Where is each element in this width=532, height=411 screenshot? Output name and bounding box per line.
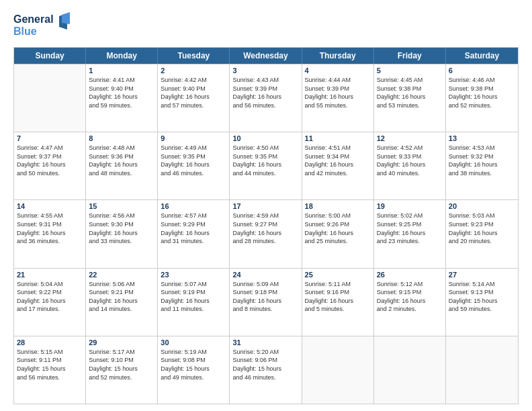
day-number: 12	[377, 134, 443, 142]
calendar-cell-17: 17Sunrise: 4:59 AM Sunset: 9:27 PM Dayli…	[230, 200, 302, 267]
day-number: 2	[161, 66, 226, 75]
cell-info: Sunrise: 4:59 AM Sunset: 9:27 PM Dayligh…	[232, 212, 298, 245]
calendar-cell-21: 21Sunrise: 5:04 AM Sunset: 9:22 PM Dayli…	[14, 269, 86, 336]
day-number: 4	[305, 66, 371, 75]
header: General Blue	[13, 11, 519, 42]
calendar: SundayMondayTuesdayWednesdayThursdayFrid…	[13, 47, 519, 404]
cell-info: Sunrise: 5:06 AM Sunset: 9:21 PM Dayligh…	[89, 280, 154, 314]
logo: General Blue	[13, 11, 74, 42]
calendar-row-0: 1Sunrise: 4:41 AM Sunset: 9:40 PM Daylig…	[14, 64, 518, 132]
calendar-cell-1: 1Sunrise: 4:41 AM Sunset: 9:40 PM Daylig…	[86, 64, 158, 132]
header-day-tuesday: Tuesday	[158, 48, 230, 64]
day-number: 14	[17, 202, 83, 210]
calendar-header: SundayMondayTuesdayWednesdayThursdayFrid…	[14, 48, 518, 64]
calendar-cell-5: 5Sunrise: 4:45 AM Sunset: 9:38 PM Daylig…	[374, 64, 446, 132]
calendar-cell-29: 29Sunrise: 5:17 AM Sunset: 9:10 PM Dayli…	[86, 336, 158, 404]
day-number: 22	[89, 271, 154, 279]
cell-info: Sunrise: 5:14 AM Sunset: 9:13 PM Dayligh…	[449, 280, 515, 314]
day-number: 21	[17, 271, 83, 279]
cell-info: Sunrise: 4:55 AM Sunset: 9:31 PM Dayligh…	[17, 212, 83, 245]
cell-info: Sunrise: 4:44 AM Sunset: 9:39 PM Dayligh…	[305, 76, 371, 109]
cell-info: Sunrise: 5:09 AM Sunset: 9:18 PM Dayligh…	[232, 280, 298, 314]
calendar-body: 1Sunrise: 4:41 AM Sunset: 9:40 PM Daylig…	[14, 64, 518, 404]
cell-info: Sunrise: 5:11 AM Sunset: 9:16 PM Dayligh…	[305, 280, 371, 314]
cell-info: Sunrise: 5:20 AM Sunset: 9:06 PM Dayligh…	[232, 348, 298, 381]
cell-info: Sunrise: 5:02 AM Sunset: 9:25 PM Dayligh…	[377, 212, 443, 245]
day-number: 29	[89, 338, 154, 347]
calendar-cell-9: 9Sunrise: 4:49 AM Sunset: 9:35 PM Daylig…	[158, 132, 230, 199]
day-number: 1	[89, 66, 154, 75]
header-day-saturday: Saturday	[446, 48, 518, 64]
cell-info: Sunrise: 4:53 AM Sunset: 9:32 PM Dayligh…	[449, 144, 515, 177]
cell-info: Sunrise: 4:50 AM Sunset: 9:35 PM Dayligh…	[232, 144, 298, 177]
calendar-cell-6: 6Sunrise: 4:46 AM Sunset: 9:38 PM Daylig…	[446, 64, 518, 132]
calendar-row-2: 14Sunrise: 4:55 AM Sunset: 9:31 PM Dayli…	[14, 199, 518, 267]
cell-info: Sunrise: 5:15 AM Sunset: 9:11 PM Dayligh…	[17, 348, 83, 381]
calendar-cell-18: 18Sunrise: 5:00 AM Sunset: 9:26 PM Dayli…	[302, 200, 374, 267]
calendar-row-1: 7Sunrise: 4:47 AM Sunset: 9:37 PM Daylig…	[14, 132, 518, 199]
header-day-thursday: Thursday	[302, 48, 374, 64]
calendar-row-3: 21Sunrise: 5:04 AM Sunset: 9:22 PM Dayli…	[14, 268, 518, 336]
day-number: 11	[305, 134, 371, 142]
day-number: 25	[305, 271, 371, 279]
day-number: 3	[232, 66, 298, 75]
day-number: 9	[161, 134, 226, 142]
day-number: 5	[377, 66, 443, 75]
day-number: 16	[161, 202, 226, 210]
cell-info: Sunrise: 4:42 AM Sunset: 9:40 PM Dayligh…	[161, 76, 226, 109]
svg-text:Blue: Blue	[13, 26, 37, 37]
calendar-cell-20: 20Sunrise: 5:03 AM Sunset: 9:23 PM Dayli…	[446, 200, 518, 267]
day-number: 30	[161, 338, 226, 347]
calendar-cell-30: 30Sunrise: 5:19 AM Sunset: 9:08 PM Dayli…	[158, 336, 230, 404]
cell-info: Sunrise: 5:12 AM Sunset: 9:15 PM Dayligh…	[377, 280, 443, 314]
cell-info: Sunrise: 4:47 AM Sunset: 9:37 PM Dayligh…	[17, 144, 83, 177]
day-number: 13	[449, 134, 515, 142]
cell-info: Sunrise: 4:46 AM Sunset: 9:38 PM Dayligh…	[449, 76, 515, 109]
day-number: 23	[161, 271, 226, 279]
day-number: 24	[232, 271, 298, 279]
calendar-cell-26: 26Sunrise: 5:12 AM Sunset: 9:15 PM Dayli…	[374, 269, 446, 336]
cell-info: Sunrise: 4:52 AM Sunset: 9:33 PM Dayligh…	[377, 144, 443, 177]
cell-info: Sunrise: 4:56 AM Sunset: 9:30 PM Dayligh…	[89, 212, 154, 245]
calendar-cell-3: 3Sunrise: 4:43 AM Sunset: 9:39 PM Daylig…	[230, 64, 302, 132]
day-number: 31	[232, 338, 298, 347]
day-number: 19	[377, 202, 443, 210]
svg-marker-3	[62, 12, 70, 24]
cell-info: Sunrise: 4:51 AM Sunset: 9:34 PM Dayligh…	[305, 144, 371, 177]
cell-info: Sunrise: 4:41 AM Sunset: 9:40 PM Dayligh…	[89, 76, 154, 109]
day-number: 10	[232, 134, 298, 142]
cell-info: Sunrise: 5:19 AM Sunset: 9:08 PM Dayligh…	[161, 348, 226, 381]
calendar-row-4: 28Sunrise: 5:15 AM Sunset: 9:11 PM Dayli…	[14, 336, 518, 404]
day-number: 26	[377, 271, 443, 279]
calendar-cell-14: 14Sunrise: 4:55 AM Sunset: 9:31 PM Dayli…	[14, 200, 86, 267]
day-number: 18	[305, 202, 371, 210]
day-number: 20	[449, 202, 515, 210]
day-number: 8	[89, 134, 154, 142]
calendar-cell-8: 8Sunrise: 4:48 AM Sunset: 9:36 PM Daylig…	[86, 132, 158, 199]
cell-info: Sunrise: 5:04 AM Sunset: 9:22 PM Dayligh…	[17, 280, 83, 314]
day-number: 17	[232, 202, 298, 210]
cell-info: Sunrise: 4:45 AM Sunset: 9:38 PM Dayligh…	[377, 76, 443, 109]
header-day-friday: Friday	[374, 48, 446, 64]
calendar-cell-27: 27Sunrise: 5:14 AM Sunset: 9:13 PM Dayli…	[446, 269, 518, 336]
calendar-cell-19: 19Sunrise: 5:02 AM Sunset: 9:25 PM Dayli…	[374, 200, 446, 267]
calendar-cell-empty	[14, 64, 86, 132]
calendar-cell-4: 4Sunrise: 4:44 AM Sunset: 9:39 PM Daylig…	[302, 64, 374, 132]
cell-info: Sunrise: 5:07 AM Sunset: 9:19 PM Dayligh…	[161, 280, 226, 314]
cell-info: Sunrise: 4:49 AM Sunset: 9:35 PM Dayligh…	[161, 144, 226, 177]
calendar-cell-11: 11Sunrise: 4:51 AM Sunset: 9:34 PM Dayli…	[302, 132, 374, 199]
calendar-cell-7: 7Sunrise: 4:47 AM Sunset: 9:37 PM Daylig…	[14, 132, 86, 199]
calendar-cell-16: 16Sunrise: 4:57 AM Sunset: 9:29 PM Dayli…	[158, 200, 230, 267]
day-number: 28	[17, 338, 83, 347]
calendar-cell-25: 25Sunrise: 5:11 AM Sunset: 9:16 PM Dayli…	[302, 269, 374, 336]
day-number: 6	[449, 66, 515, 75]
day-number: 15	[89, 202, 154, 210]
cell-info: Sunrise: 4:43 AM Sunset: 9:39 PM Dayligh…	[232, 76, 298, 109]
calendar-cell-23: 23Sunrise: 5:07 AM Sunset: 9:19 PM Dayli…	[158, 269, 230, 336]
calendar-cell-10: 10Sunrise: 4:50 AM Sunset: 9:35 PM Dayli…	[230, 132, 302, 199]
calendar-cell-24: 24Sunrise: 5:09 AM Sunset: 9:18 PM Dayli…	[230, 269, 302, 336]
svg-text:General: General	[13, 13, 54, 25]
header-day-sunday: Sunday	[14, 48, 86, 64]
cell-info: Sunrise: 5:03 AM Sunset: 9:23 PM Dayligh…	[449, 212, 515, 245]
day-number: 7	[17, 134, 83, 142]
